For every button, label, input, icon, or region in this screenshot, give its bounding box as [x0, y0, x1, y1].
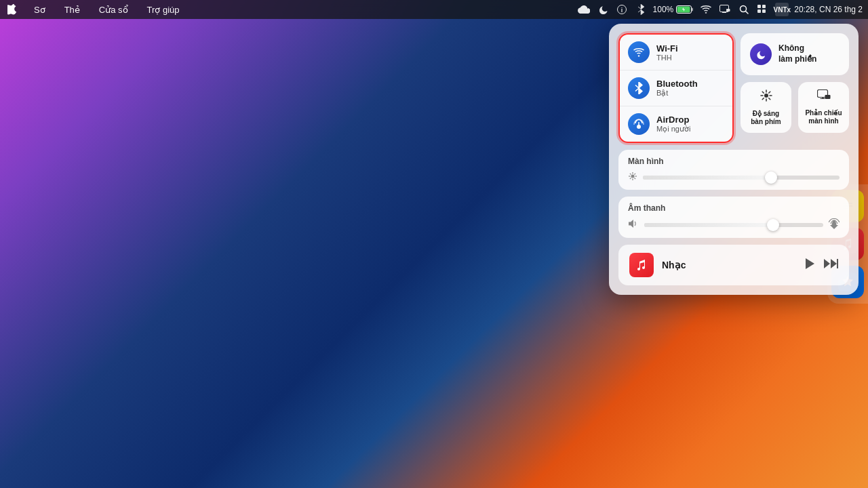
menubar: Sơ Thẻ Cửa sổ Trợ giúp i [0, 0, 868, 19]
keyboard-brightness-label: Độ sángbàn phím [751, 110, 781, 126]
brightness-slider-container [628, 171, 840, 183]
apple-logo-icon[interactable] [5, 3, 19, 16]
screen-mirror-icon [817, 89, 831, 105]
input-method-icon[interactable]: VNTx [775, 3, 789, 16]
svg-line-21 [762, 92, 764, 93]
svg-rect-13 [762, 5, 766, 8]
keyboard-brightness-btn[interactable]: Độ sángbàn phím [741, 82, 791, 133]
svg-line-37 [630, 178, 631, 179]
fast-forward-button[interactable] [823, 258, 838, 272]
menu-item-the[interactable]: Thẻ [60, 3, 84, 16]
music-section: Nhạc [618, 245, 849, 285]
bluetooth-text: Bluetooth Bật [656, 79, 698, 98]
svg-rect-12 [757, 9, 761, 13]
airdrop-icon-circle [628, 113, 650, 135]
right-column: Khônglàm phiền [741, 33, 849, 143]
info-icon[interactable]: i [615, 3, 629, 16]
sound-low-icon [628, 219, 639, 230]
wifi-item[interactable]: Wi-Fi THH [620, 35, 732, 70]
search-menubar-icon[interactable] [737, 3, 751, 16]
wifi-name: Wi-Fi [656, 43, 678, 54]
sound-section: Âm thanh [618, 197, 849, 238]
bluetooth-item[interactable]: Bluetooth Bật [620, 70, 732, 106]
airdrop-status: Mọi người [656, 125, 690, 134]
airdrop-text: AirDrop Mọi người [656, 115, 690, 134]
do-not-disturb-btn[interactable]: Khônglàm phiền [741, 33, 849, 75]
svg-line-24 [762, 98, 764, 100]
bluetooth-icon-circle [628, 77, 650, 99]
svg-rect-7 [724, 12, 725, 14]
sound-slider-container [628, 218, 840, 231]
menubar-time: 20:28, CN 26 thg 2 [794, 5, 863, 14]
battery-container[interactable]: 100% [653, 5, 694, 14]
icloud-icon[interactable] [577, 3, 591, 16]
menu-item-trogiup[interactable]: Trợ giúp [143, 3, 184, 16]
desktop: Sơ Thẻ Cửa sổ Trợ giúp i [0, 0, 868, 488]
wifi-menubar-icon[interactable] [699, 3, 713, 16]
svg-rect-38 [837, 259, 838, 268]
wifi-status: THH [656, 54, 678, 62]
airdrop-name: AirDrop [656, 115, 690, 125]
bluetooth-menubar-icon[interactable] [634, 3, 648, 16]
svg-line-23 [768, 92, 770, 93]
svg-line-10 [746, 12, 749, 14]
brightness-slider[interactable] [643, 176, 840, 180]
svg-line-22 [768, 98, 770, 100]
focus-moon-icon[interactable] [596, 3, 610, 16]
airdrop-item[interactable]: AirDrop Mọi người [620, 106, 732, 142]
menubar-right: i 100% [577, 3, 863, 16]
music-app-title: Nhạc [662, 260, 796, 270]
svg-text:i: i [620, 7, 623, 14]
cc-top-row: Wi-Fi THH Bluetooth Bật [618, 33, 849, 143]
svg-rect-4 [692, 8, 693, 12]
menubar-left: Sơ Thẻ Cửa sổ Trợ giúp [5, 3, 184, 16]
svg-point-16 [764, 94, 768, 98]
sound-slider[interactable] [644, 223, 823, 227]
notification-center-icon[interactable] [756, 3, 770, 16]
bluetooth-name: Bluetooth [656, 79, 698, 89]
do-not-disturb-label: Khônglàm phiền [778, 43, 816, 64]
screenmirror-menubar-icon[interactable] [718, 3, 732, 16]
svg-rect-28 [825, 95, 830, 99]
svg-rect-27 [822, 97, 823, 99]
svg-line-34 [630, 174, 631, 175]
bluetooth-status: Bật [656, 89, 698, 98]
svg-line-35 [634, 178, 635, 179]
brightness-section: Màn hình [618, 150, 849, 190]
do-not-disturb-icon [750, 43, 772, 65]
menu-item-so[interactable]: Sơ [30, 3, 50, 16]
brightness-title: Màn hình [628, 157, 840, 166]
wifi-icon-circle [628, 41, 650, 63]
screen-mirror-label: Phản chiếumàn hình [805, 109, 842, 125]
screen-mirror-btn[interactable]: Phản chiếumàn hình [798, 82, 849, 133]
airplay-sound-icon[interactable] [829, 218, 840, 231]
play-button[interactable] [804, 258, 815, 273]
brightness-low-icon [628, 171, 637, 183]
svg-rect-8 [726, 9, 730, 12]
svg-rect-14 [762, 9, 766, 13]
keyboard-brightness-icon [760, 89, 773, 106]
battery-pct-label: 100% [653, 5, 674, 14]
svg-rect-11 [757, 5, 761, 8]
network-group: Wi-Fi THH Bluetooth Bật [618, 33, 734, 143]
control-center-panel: Wi-Fi THH Bluetooth Bật [609, 24, 859, 295]
sound-title: Âm thanh [628, 203, 840, 213]
music-controls [804, 258, 838, 273]
wifi-text: Wi-Fi THH [656, 43, 678, 62]
menu-item-cuaso[interactable]: Cửa sổ [95, 3, 132, 16]
svg-line-36 [634, 174, 635, 175]
right-bottom-btns: Độ sángbàn phím Phản chiếumàn h [741, 82, 849, 133]
music-app-icon [629, 253, 654, 277]
svg-point-29 [631, 175, 635, 178]
